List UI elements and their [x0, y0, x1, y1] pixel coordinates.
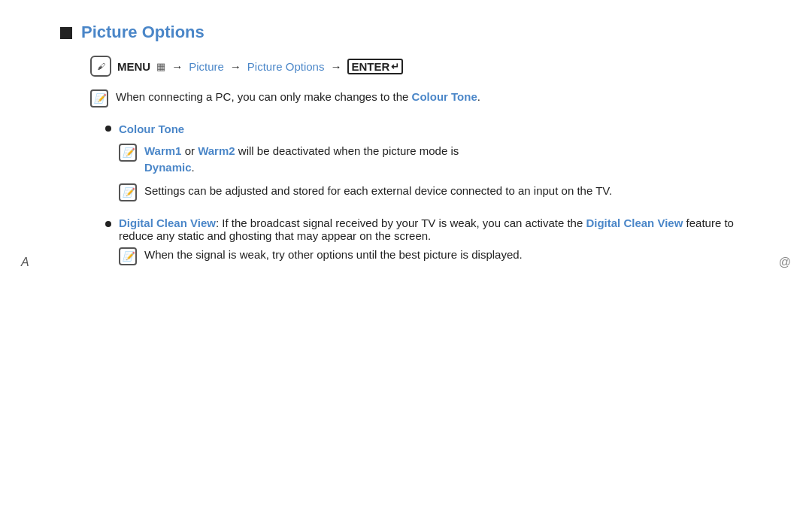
- digital-clean-view-link: Digital Clean View: [586, 217, 683, 229]
- after-text: will be deactivated when the picture mod…: [235, 144, 459, 157]
- arrow1: →: [171, 60, 183, 73]
- sub-note-text-1b: Settings can be adjusted and stored for …: [144, 183, 612, 200]
- side-label-at: @: [779, 256, 791, 269]
- note-text-before: When connecting a PC, you can only make …: [116, 90, 412, 103]
- menu-grid-chars: ▦: [156, 61, 165, 72]
- enter-box: ENTER↵: [347, 59, 403, 74]
- bullet-title-1: Colour Tone: [119, 123, 184, 135]
- bullet-section: Colour Tone 📝 Warm1 or Warm2 will be dea…: [105, 121, 752, 271]
- page-container: Picture Options 🖌 MENU▦ → Picture → Pict…: [0, 0, 812, 303]
- sub-note-icon-1b: 📝: [119, 183, 137, 201]
- note-icon-1: 📝: [90, 89, 108, 108]
- warm1-text: Warm1: [144, 144, 181, 157]
- note-colour-tone-link: Colour Tone: [412, 90, 477, 103]
- bullet-item-digital-clean-view: Digital Clean View: If the broadcast sig…: [105, 217, 752, 271]
- sub-note-1a: 📝 Warm1 or Warm2 will be deactivated whe…: [119, 143, 752, 177]
- mid-text: or: [181, 144, 198, 157]
- section-title: Picture Options: [81, 23, 205, 42]
- menu-remote-icon: 🖌: [90, 56, 111, 77]
- dynamic-text: Dynamic: [144, 161, 192, 174]
- section-heading: Picture Options: [60, 23, 752, 42]
- sub-note-2a: 📝 When the signal is weak, try other opt…: [119, 247, 752, 265]
- menu-picture: Picture: [189, 60, 224, 73]
- bullet-content-2: Digital Clean View: If the broadcast sig…: [119, 217, 752, 271]
- sub-note-1b: 📝 Settings can be adjusted and stored fo…: [119, 183, 752, 201]
- bullet-dot-2: [105, 221, 111, 227]
- sub-notes-2: 📝 When the signal is weak, try other opt…: [119, 247, 752, 265]
- note-text-after: .: [477, 90, 480, 103]
- enter-symbol: ↵: [391, 61, 399, 72]
- bullet-content-1: Colour Tone 📝 Warm1 or Warm2 will be dea…: [119, 121, 752, 207]
- warm2-text: Warm2: [198, 144, 235, 157]
- sub-notes-1: 📝 Warm1 or Warm2 will be deactivated whe…: [119, 143, 752, 201]
- sub-note-icon-1a: 📝: [119, 144, 137, 162]
- note-text-1: When connecting a PC, you can only make …: [116, 89, 480, 106]
- bullet-title-suffix: : If the broadcast signal received by yo…: [216, 217, 586, 229]
- sub-note-text-2a: When the signal is weak, try other optio…: [144, 247, 523, 264]
- note-line-1: 📝 When connecting a PC, you can only mak…: [90, 89, 752, 108]
- sub-note-icon-2a: 📝: [119, 247, 137, 265]
- menu-picture-options: Picture Options: [247, 60, 325, 73]
- bullet-item-colour-tone: Colour Tone 📝 Warm1 or Warm2 will be dea…: [105, 121, 752, 207]
- heading-square-icon: [60, 27, 72, 39]
- menu-line: 🖌 MENU▦ → Picture → Picture Options → EN…: [90, 56, 752, 77]
- enter-word: ENTER: [351, 60, 389, 73]
- end-text: .: [192, 161, 195, 174]
- sub-note-text-1a: Warm1 or Warm2 will be deactivated when …: [144, 143, 459, 177]
- bullet-text-2: Digital Clean View: If the broadcast sig…: [119, 217, 734, 242]
- side-label-a: A: [21, 256, 29, 269]
- digital-clean-view-title: Digital Clean View: [119, 217, 216, 229]
- bullet-dot-1: [105, 126, 111, 132]
- arrow2: →: [230, 60, 241, 73]
- menu-word: MENU: [117, 60, 150, 73]
- arrow3: →: [330, 60, 341, 73]
